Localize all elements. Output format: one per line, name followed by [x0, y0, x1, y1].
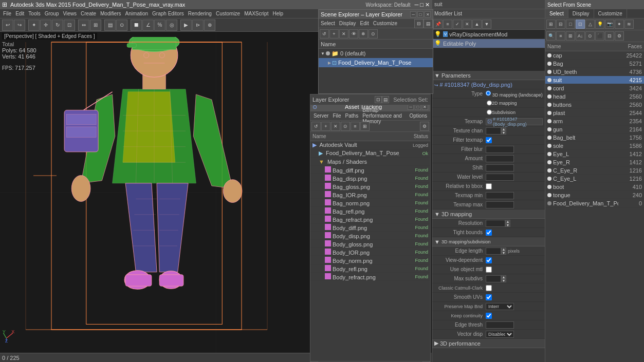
at-row-8[interactable]: Body_disp.png Found	[310, 232, 430, 240]
param-texmax-input[interactable]: 1.0	[486, 201, 514, 208]
se-menu-edit[interactable]: Edit	[358, 21, 371, 26]
sfs-icon-all[interactable]: ⊞	[546, 20, 556, 29]
param-res-up[interactable]: ▲	[505, 220, 510, 223]
tb-undo[interactable]: ↩	[2, 20, 13, 31]
at-menu-file[interactable]: File	[330, 113, 343, 119]
sfs-icon-geo[interactable]: ⊡	[576, 20, 585, 29]
sfs-icon-shapes[interactable]: △	[585, 20, 595, 29]
at-row-vault[interactable]: ▶ Autodesk Vault Logged	[310, 141, 430, 149]
param-edgelen-input[interactable]: 0.5	[486, 247, 501, 255]
menu-graph-editors[interactable]: Graph Editors	[150, 11, 186, 16]
at-row-6[interactable]: Bag_refract.png Found	[310, 215, 430, 223]
param-smoothuv-chk[interactable]	[486, 294, 492, 300]
params-section-header[interactable]: ▼ Parameters	[432, 71, 545, 80]
menu-views[interactable]: Views	[61, 11, 79, 16]
param-edgelen-down[interactable]: ▼	[501, 251, 506, 255]
param-texchan-down[interactable]: ▼	[501, 131, 506, 135]
param-texmap-btn[interactable]: ⊡ # #1018347 (Body_disp.png)	[486, 118, 543, 125]
sfs-row-arm[interactable]: arm 2354	[545, 117, 644, 125]
sfs-row-suit[interactable]: suit 4215	[545, 76, 644, 84]
param-maxsub-up[interactable]: ▲	[501, 275, 506, 279]
sfs-row-tongue[interactable]: tongue 240	[545, 191, 644, 199]
sfs-row-main[interactable]: Food_Delivery_Man_T_Pose 0	[545, 199, 644, 207]
se-tree-item-default[interactable]: ▼ 📁 0 (default)	[319, 49, 433, 58]
sfs-row-plast[interactable]: plast 2544	[545, 109, 644, 117]
sfs-icon-sort-name[interactable]: A↓	[576, 31, 585, 41]
param-viewdep-chk[interactable]	[486, 257, 492, 263]
param-maxsub-input[interactable]: 4	[486, 275, 501, 282]
menu-maxscript[interactable]: MAXScript	[242, 11, 270, 16]
param-subdiv-section[interactable]: ▼ 3D mapping/subdivision	[432, 237, 545, 246]
menu-animation[interactable]: Animation	[123, 11, 150, 16]
at-row-5[interactable]: Bag_refl.png Found	[310, 207, 430, 215]
se-tree-item-model[interactable]: ▶ ⊡ Food_Delivery_Man_T_Pose	[319, 58, 433, 67]
param-filter-blur-input[interactable]: 0.001	[486, 146, 514, 153]
menu-group[interactable]: Group	[43, 11, 61, 16]
mod-tb-pin[interactable]: 📌	[433, 20, 443, 29]
sfs-icon-config[interactable]: ⚙	[615, 31, 624, 41]
window-close[interactable]: ✕	[425, 2, 430, 8]
se-tb-delete[interactable]: ✕	[339, 29, 348, 39]
sfs-row-cap[interactable]: cap 25422	[545, 51, 644, 60]
menu-help[interactable]: Help	[270, 11, 285, 16]
at-row-10[interactable]: Body_IOR.png Found	[310, 248, 430, 256]
sfs-icon-lights[interactable]: 💡	[595, 20, 604, 29]
sfs-tab-display[interactable]: Display	[568, 9, 594, 18]
sfs-row-gun[interactable]: gun 2164	[545, 125, 644, 134]
param-texchan-up[interactable]: ▲	[501, 127, 506, 131]
at-tb-refresh[interactable]: ↺	[311, 122, 321, 131]
param-filter-texmap-chk[interactable]	[486, 137, 492, 143]
window-minimize[interactable]: ─	[415, 2, 419, 8]
sfs-icon-invert[interactable]: ⊟	[556, 20, 565, 29]
sfs-icon-helpers[interactable]: ✦	[615, 20, 624, 29]
param-amount-input[interactable]: 0.4	[486, 155, 514, 162]
param-edgelen-up[interactable]: ▲	[501, 247, 506, 251]
sfs-row-ceyel[interactable]: C_Eye_L 1216	[545, 175, 644, 183]
menu-create[interactable]: Create	[79, 11, 98, 16]
at-tb-settings[interactable]: ⚙	[420, 122, 429, 131]
at-tb-add[interactable]: +	[321, 122, 330, 131]
at-row-0[interactable]: Bag_diff.png Found	[310, 166, 430, 174]
at-row-2[interactable]: Bag_gloss.png Found	[310, 182, 430, 190]
tb-render-setup[interactable]: ▶	[180, 20, 192, 31]
se-tb-add[interactable]: +	[329, 29, 339, 39]
sfs-row-head[interactable]: head 2560	[545, 92, 644, 101]
tb-render[interactable]: ⊳	[192, 20, 204, 31]
sfs-row-ceyer[interactable]: C_Eye_R 1216	[545, 166, 644, 175]
mod-editable-poly[interactable]: 💡 Editable Poly	[432, 39, 545, 48]
se-menu-select[interactable]: Select	[319, 21, 337, 26]
sfs-icon-sort-type[interactable]: ⊙	[585, 31, 595, 41]
tb-select[interactable]: ✦	[28, 20, 40, 31]
at-tb-track[interactable]: ⊙	[341, 122, 350, 131]
at-row-4[interactable]: Bag_norm.png Found	[310, 199, 430, 207]
sfs-row-buttons[interactable]: buttons 2560	[545, 101, 644, 109]
param-tight-chk[interactable]	[486, 230, 492, 236]
tb-rotate[interactable]: ↻	[52, 20, 63, 31]
param-rel-chk[interactable]	[486, 183, 492, 189]
mod-tb-active[interactable]: ✓	[453, 20, 462, 29]
sfs-icon-sort-color[interactable]: ⬛	[595, 31, 604, 41]
tb-angle-snap[interactable]: ∠	[142, 20, 154, 31]
tb-layer[interactable]: ▤	[104, 20, 116, 31]
sfs-icon-cameras[interactable]: 📷	[605, 20, 614, 29]
se-tb-render[interactable]: ⊙	[369, 29, 378, 39]
sfs-row-boot[interactable]: boot 410	[545, 183, 644, 191]
mod-tb-move-down[interactable]: ▼	[482, 20, 491, 29]
sfs-row-ud[interactable]: UD_teeth 4736	[545, 68, 644, 76]
at-tb-grid[interactable]: ⊞	[360, 122, 370, 131]
param-3dperf-section[interactable]: ▶ 3D performance	[432, 339, 545, 348]
menu-edit[interactable]: Edit	[13, 11, 26, 16]
sfs-tab-customize[interactable]: Customize	[594, 9, 627, 18]
window-maximize[interactable]: □	[420, 2, 424, 8]
param-texmin-input[interactable]: 0.0	[486, 192, 514, 199]
tb-redo[interactable]: ↪	[14, 20, 25, 31]
se-filter-icon[interactable]: ⊟	[414, 19, 424, 28]
at-menu-paths[interactable]: Paths	[343, 113, 361, 119]
param-type-3d-radio[interactable]	[486, 90, 491, 97]
sfs-icon-none[interactable]: □	[566, 20, 575, 29]
sfs-icon-spacewarps[interactable]: ≋	[624, 20, 634, 29]
param-keepcont-chk[interactable]	[486, 313, 492, 319]
param-type-2d-radio[interactable]	[487, 100, 492, 106]
param-useobjmtl-chk[interactable]	[486, 266, 492, 273]
menu-file[interactable]: File	[1, 11, 13, 16]
